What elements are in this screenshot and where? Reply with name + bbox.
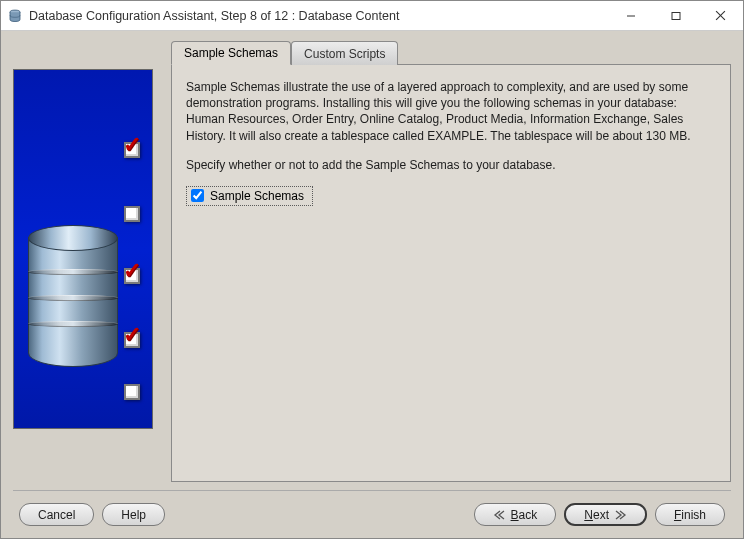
chevron-right-icon	[615, 510, 627, 520]
cancel-button[interactable]: Cancel	[19, 503, 94, 526]
instruction-text: Specify whether or not to add the Sample…	[186, 158, 716, 172]
tab-custom-scripts[interactable]: Custom Scripts	[291, 41, 398, 65]
window-buttons	[608, 1, 743, 30]
window-title: Database Configuration Assistant, Step 8…	[29, 9, 608, 23]
svg-rect-2	[672, 12, 680, 19]
finish-button[interactable]: Finish	[655, 503, 725, 526]
wizard-step-1-checkbox-icon: ✓	[124, 142, 140, 158]
help-button[interactable]: Help	[102, 503, 165, 526]
title-bar: Database Configuration Assistant, Step 8…	[1, 1, 743, 31]
next-button[interactable]: Next	[564, 503, 647, 526]
chevron-left-icon	[493, 510, 505, 520]
wizard-graphic: ✓ ✓ ✓	[13, 69, 153, 429]
sample-schemas-checkbox-row[interactable]: Sample Schemas	[186, 186, 313, 206]
wizard-step-3-checkbox-icon: ✓	[124, 268, 140, 284]
app-icon	[7, 8, 23, 24]
wizard-button-row: Cancel Help Back Next Finish	[13, 490, 731, 530]
tab-label: Sample Schemas	[184, 46, 278, 60]
back-button[interactable]: Back	[474, 503, 557, 526]
wizard-step-5-checkbox-icon	[124, 384, 140, 400]
description-text: Sample Schemas illustrate the use of a l…	[186, 79, 716, 144]
tab-label: Custom Scripts	[304, 47, 385, 61]
tab-strip: Sample Schemas Custom Scripts	[171, 41, 731, 65]
sample-schemas-checkbox[interactable]	[191, 189, 204, 202]
close-button[interactable]	[698, 1, 743, 30]
maximize-button[interactable]	[653, 1, 698, 30]
checkbox-label: Sample Schemas	[210, 189, 304, 203]
tab-sample-schemas[interactable]: Sample Schemas	[171, 41, 291, 65]
tab-panel-sample-schemas: Sample Schemas illustrate the use of a l…	[171, 64, 731, 482]
wizard-step-4-checkbox-icon: ✓	[124, 332, 140, 348]
minimize-button[interactable]	[608, 1, 653, 30]
wizard-step-2-checkbox-icon	[124, 206, 140, 222]
